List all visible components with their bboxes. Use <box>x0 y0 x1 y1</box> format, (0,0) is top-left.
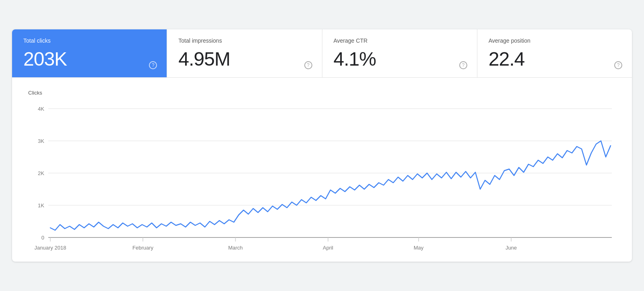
metric-value-impressions: 4.95M <box>178 48 310 70</box>
metric-label-ctr: Average CTR <box>334 37 466 44</box>
chart-area: Clicks 4K 3K 2K 1K 0 <box>12 78 632 262</box>
svg-text:April: April <box>323 245 333 251</box>
metric-label-impressions: Total impressions <box>178 37 310 44</box>
help-icon-clicks[interactable]: ? <box>149 61 157 69</box>
main-card: Total clicks 203K ? Total impressions 4.… <box>12 29 632 262</box>
metric-average-ctr[interactable]: Average CTR 4.1% ? <box>322 29 477 77</box>
help-icon-position[interactable]: ? <box>614 61 622 69</box>
svg-text:January 2018: January 2018 <box>35 245 66 251</box>
help-icon-ctr[interactable]: ? <box>459 61 467 69</box>
svg-text:May: May <box>414 245 424 251</box>
metrics-row: Total clicks 203K ? Total impressions 4.… <box>12 29 632 78</box>
chart-svg: 4K 3K 2K 1K 0 January 2018 February Marc… <box>28 101 616 254</box>
clicks-line <box>50 141 611 230</box>
svg-text:4K: 4K <box>38 106 44 112</box>
svg-text:February: February <box>132 245 154 251</box>
chart-container: 4K 3K 2K 1K 0 January 2018 February Marc… <box>28 101 616 254</box>
svg-text:June: June <box>506 245 517 251</box>
chart-title: Clicks <box>28 90 616 96</box>
metric-value-ctr: 4.1% <box>334 48 466 70</box>
svg-text:3K: 3K <box>38 138 44 144</box>
metric-total-clicks[interactable]: Total clicks 203K ? <box>12 29 167 77</box>
svg-text:2K: 2K <box>38 170 44 176</box>
metric-label-position: Average position <box>489 37 621 44</box>
metric-value-position: 22.4 <box>489 48 621 70</box>
svg-text:0: 0 <box>41 235 44 241</box>
svg-text:1K: 1K <box>38 202 44 208</box>
svg-text:March: March <box>228 245 243 251</box>
metric-average-position[interactable]: Average position 22.4 ? <box>477 29 632 77</box>
metric-value-clicks: 203K <box>23 48 155 70</box>
metric-total-impressions[interactable]: Total impressions 4.95M ? <box>167 29 322 77</box>
help-icon-impressions[interactable]: ? <box>304 61 312 69</box>
metric-label-clicks: Total clicks <box>23 37 155 44</box>
